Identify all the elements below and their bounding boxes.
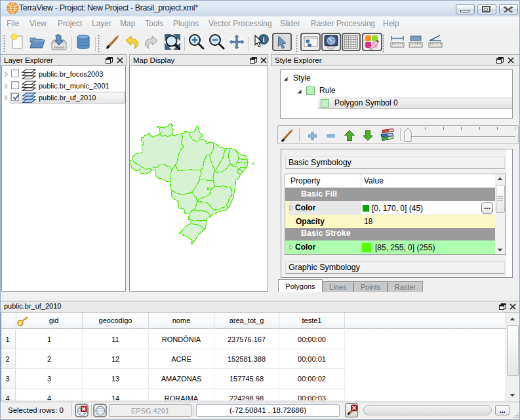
svg-text:i: i (262, 35, 264, 43)
